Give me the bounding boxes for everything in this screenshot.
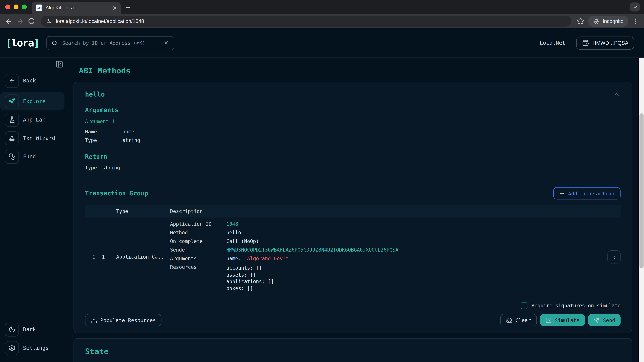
- argument-string-value: "Algorand Dev!": [244, 256, 289, 261]
- require-signatures-label: Require signatures on simulate: [532, 303, 621, 309]
- scrollbar-thumb[interactable]: [639, 113, 643, 268]
- return-title: Return: [85, 153, 620, 160]
- arg-row-value: string: [122, 136, 140, 145]
- search-icon: [52, 40, 58, 46]
- return-value: string: [102, 164, 120, 172]
- drag-handle-icon[interactable]: [85, 222, 102, 292]
- arg-row-label: Type: [85, 136, 122, 145]
- method-accordion-header[interactable]: hello: [85, 90, 620, 98]
- main-content: ABI Methods hello Arguments Argument 1 N…: [68, 58, 644, 362]
- sidebar-collapse-icon[interactable]: [56, 60, 64, 68]
- return-type-row: Type string: [85, 164, 620, 172]
- sidebar-item-label: App Lab: [23, 117, 46, 123]
- bookmark-star-icon[interactable]: [577, 17, 584, 25]
- return-label: Type: [85, 164, 97, 172]
- method-name: hello: [85, 90, 105, 98]
- simulate-button[interactable]: Simulate: [540, 314, 585, 326]
- new-tab-button[interactable]: [125, 4, 131, 11]
- flask-icon: [5, 113, 19, 126]
- state-title: State: [85, 347, 626, 356]
- column-header-description: Description: [170, 209, 621, 214]
- field-method: Method hello: [170, 230, 602, 236]
- argument-name: name:: [226, 256, 244, 261]
- tab-strip: [ak] AlgoKit - lora: [0, 0, 644, 14]
- telescope-icon: [5, 94, 19, 108]
- chevron-up-icon[interactable]: [613, 90, 620, 98]
- sidebar-item-label: Back: [23, 78, 36, 84]
- resource-boxes: boxes: []: [226, 285, 274, 292]
- plus-icon: [560, 191, 565, 196]
- argument-1-label: Argument 1: [85, 119, 620, 124]
- lora-logo[interactable]: [lora]: [6, 37, 39, 49]
- url-bar[interactable]: lora.algokit.io/localnet/application/104…: [40, 15, 572, 27]
- field-resources: Resources accounts: [] assets: [] applic…: [170, 265, 602, 292]
- browser-chrome: [ak] AlgoKit - lora: [0, 0, 644, 28]
- close-window-button[interactable]: [5, 4, 10, 9]
- transaction-table: Type Description 1 Application Call: [85, 205, 620, 297]
- sidebar-item-txn-wizard[interactable]: Txn Wizard: [0, 129, 64, 147]
- sidebar: Back Explore App Lab: [0, 58, 68, 362]
- site-settings-icon[interactable]: [46, 18, 52, 24]
- arguments-title: Arguments: [85, 106, 620, 114]
- eraser-icon: [506, 317, 512, 323]
- moon-icon: [5, 323, 19, 336]
- transaction-group-title: Transaction Group: [85, 190, 148, 197]
- sidebar-item-settings[interactable]: Settings: [0, 339, 64, 357]
- sidebar-item-fund[interactable]: Fund: [0, 147, 64, 166]
- page-scrollbar[interactable]: [639, 58, 644, 362]
- arrow-left-icon: [5, 74, 19, 88]
- browser-tab[interactable]: [ak] AlgoKit - lora: [32, 2, 121, 14]
- search-box[interactable]: [46, 36, 174, 50]
- back-nav-icon[interactable]: [5, 17, 12, 25]
- wallet-icon: [582, 39, 589, 46]
- wallet-address: HMWD…PQSA: [592, 40, 628, 46]
- sidebar-item-label: Settings: [23, 345, 49, 351]
- reload-icon[interactable]: [28, 17, 35, 25]
- send-button[interactable]: Send: [588, 314, 621, 326]
- clear-button[interactable]: Clear: [500, 314, 537, 326]
- add-transaction-button[interactable]: Add Transaction: [553, 187, 620, 199]
- tab-search-button[interactable]: [630, 2, 640, 11]
- browser-menu-icon[interactable]: [632, 18, 639, 24]
- incognito-label: Incognito: [602, 18, 623, 24]
- page-title: ABI Methods: [79, 66, 632, 75]
- field-sender: Sender HMWDSHQCOPD2T36WBAHLAZ6PO5GDJJZBN…: [170, 248, 602, 253]
- tab-title: AlgoKit - lora: [46, 5, 109, 10]
- argument-type-row: Type string: [85, 136, 620, 145]
- arg-row-label: Name: [85, 128, 122, 136]
- window-controls[interactable]: [5, 4, 27, 9]
- sidebar-item-app-lab[interactable]: App Lab: [0, 110, 64, 129]
- tab-favicon: [ak]: [36, 4, 42, 11]
- table-row[interactable]: 1 Application Call Application ID 1048 M…: [85, 218, 620, 297]
- row-type: Application Call: [116, 222, 170, 292]
- sidebar-item-label: Explore: [23, 98, 46, 104]
- search-clear-icon[interactable]: [164, 40, 169, 45]
- network-label[interactable]: LocalNet: [540, 40, 565, 46]
- row-menu-button[interactable]: [608, 250, 620, 263]
- resource-assets: assets: []: [226, 272, 274, 278]
- incognito-badge: Incognito: [588, 15, 628, 27]
- maximize-window-button[interactable]: [22, 4, 27, 9]
- row-index: 1: [102, 222, 116, 292]
- sidebar-item-theme-dark[interactable]: Dark: [0, 320, 64, 339]
- coins-icon: [5, 150, 19, 164]
- search-input[interactable]: [62, 39, 160, 46]
- tab-close-icon[interactable]: [112, 5, 118, 10]
- minimize-window-button[interactable]: [14, 4, 18, 9]
- wizard-hat-icon: [5, 131, 19, 145]
- populate-resources-button[interactable]: Populate Resources: [85, 314, 162, 326]
- column-header-type: Type: [116, 209, 170, 214]
- require-signatures-checkbox[interactable]: [521, 303, 528, 309]
- forward-nav-icon: [16, 17, 24, 25]
- field-arguments: Arguments name: "Algorand Dev!": [170, 256, 602, 261]
- table-header-row: Type Description: [85, 205, 620, 217]
- field-application-id: Application ID 1048: [170, 222, 602, 227]
- lora-app: [lora] LocalNet HMWD…PQSA: [0, 28, 644, 362]
- application-id-link[interactable]: 1048: [226, 222, 238, 227]
- sidebar-item-label: Fund: [23, 153, 36, 160]
- sidebar-item-back[interactable]: Back: [0, 71, 64, 90]
- resource-applications: applications: []: [226, 278, 274, 285]
- sidebar-item-explore[interactable]: Explore: [0, 92, 64, 110]
- sender-address-link[interactable]: HMWDSHQCOPD2T36WBAHLAZ6PO5GDJJZBN4D2TODK…: [226, 248, 398, 253]
- wallet-button[interactable]: HMWD…PQSA: [576, 36, 634, 49]
